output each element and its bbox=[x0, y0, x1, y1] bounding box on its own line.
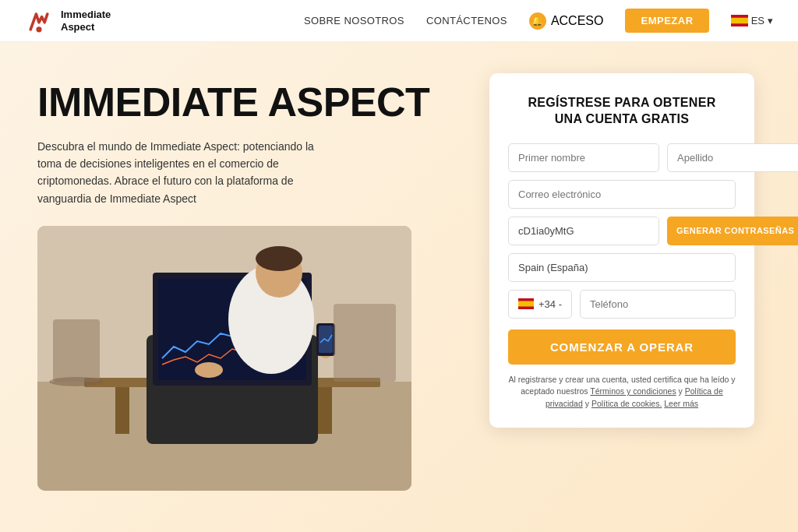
logo-icon bbox=[25, 7, 53, 35]
hero-image bbox=[37, 226, 411, 491]
svg-point-22 bbox=[49, 377, 104, 386]
svg-rect-21 bbox=[334, 304, 396, 382]
email-row bbox=[508, 180, 736, 209]
email-input[interactable] bbox=[508, 180, 736, 209]
nav-acceso[interactable]: 🔔 ACCESO bbox=[529, 12, 604, 30]
country-input[interactable] bbox=[508, 253, 736, 282]
hero-section: IMMEDIATE ASPECT Descubra el mundo de Im… bbox=[0, 42, 798, 532]
svg-rect-20 bbox=[53, 319, 100, 382]
svg-rect-2 bbox=[731, 18, 748, 24]
registration-card: REGÍSTRESE PARA OBTENER UNA CUENTA GRATI… bbox=[489, 73, 754, 428]
name-row bbox=[508, 143, 736, 172]
cookie-policy-link[interactable]: Política de cookies. bbox=[591, 399, 662, 408]
generate-password-button[interactable]: GENERAR CONTRASEÑAS bbox=[667, 217, 798, 245]
terms-conditions-link[interactable]: Términos y condiciones bbox=[590, 386, 676, 396]
read-more-link[interactable]: Leer más bbox=[664, 399, 698, 408]
hero-subtitle: Descubra el mundo de Immediate Aspect: p… bbox=[37, 138, 334, 208]
phone-prefix-selector[interactable]: +34 - bbox=[508, 290, 572, 319]
password-input[interactable] bbox=[508, 217, 659, 245]
svg-point-15 bbox=[256, 246, 302, 271]
svg-point-16 bbox=[195, 362, 223, 378]
comenzar-button[interactable]: COMENZAR A OPERAR bbox=[508, 329, 736, 365]
svg-rect-24 bbox=[518, 301, 534, 307]
es-flag-icon bbox=[731, 15, 748, 26]
first-name-input[interactable] bbox=[508, 143, 659, 172]
brand-name: ImmediateAspect bbox=[61, 9, 111, 33]
last-name-input[interactable] bbox=[667, 143, 798, 172]
hero-title: IMMEDIATE ASPECT bbox=[37, 81, 458, 124]
svg-rect-8 bbox=[318, 387, 332, 434]
svg-point-0 bbox=[36, 26, 41, 32]
acceso-label[interactable]: ACCESO bbox=[551, 14, 604, 28]
chevron-down-icon: ▾ bbox=[768, 15, 773, 26]
form-title: REGÍSTRESE PARA OBTENER UNA CUENTA GRATI… bbox=[508, 95, 736, 128]
logo[interactable]: ImmediateAspect bbox=[25, 7, 111, 35]
terms-text: Al registrarse y crear una cuenta, usted… bbox=[508, 374, 736, 410]
hero-right: REGÍSTRESE PARA OBTENER UNA CUENTA GRATI… bbox=[489, 73, 754, 428]
hero-illustration-svg bbox=[37, 226, 411, 491]
nav-sobre-nosotros[interactable]: SOBRE NOSOTROS bbox=[304, 15, 404, 26]
language-selector[interactable]: ES ▾ bbox=[731, 15, 773, 26]
navbar: ImmediateAspect SOBRE NOSOTROS CONTÁCTEN… bbox=[0, 0, 798, 42]
phone-input[interactable] bbox=[580, 290, 736, 319]
password-row: GENERAR CONTRASEÑAS bbox=[508, 217, 736, 245]
hero-left: IMMEDIATE ASPECT Descubra el mundo de Im… bbox=[37, 73, 458, 491]
phone-row: +34 - bbox=[508, 290, 736, 319]
spain-flag-icon bbox=[518, 298, 534, 309]
bell-icon: 🔔 bbox=[529, 12, 546, 30]
nav-links: SOBRE NOSOTROS CONTÁCTENOS 🔔 ACCESO EMPE… bbox=[304, 9, 773, 33]
empezar-button[interactable]: EMPEZAR bbox=[625, 9, 708, 33]
nav-contactenos[interactable]: CONTÁCTENOS bbox=[426, 15, 507, 26]
svg-rect-7 bbox=[115, 387, 129, 434]
